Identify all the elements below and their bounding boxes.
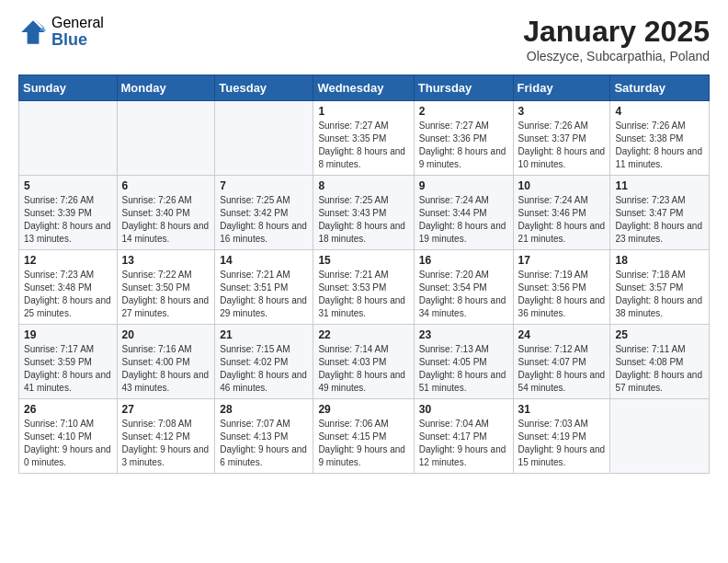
calendar-cell: 22Sunrise: 7:14 AMSunset: 4:03 PMDayligh… xyxy=(313,325,414,399)
calendar-week-row: 26Sunrise: 7:10 AMSunset: 4:10 PMDayligh… xyxy=(19,399,710,474)
calendar-cell: 4Sunrise: 7:26 AMSunset: 3:38 PMDaylight… xyxy=(610,101,710,176)
svg-marker-0 xyxy=(21,20,45,44)
day-number: 16 xyxy=(419,254,508,267)
calendar-header-row: SundayMondayTuesdayWednesdayThursdayFrid… xyxy=(19,75,710,101)
day-number: 30 xyxy=(419,403,508,416)
logo-general: General xyxy=(51,15,104,31)
day-info: Sunrise: 7:06 AMSunset: 4:15 PMDaylight:… xyxy=(318,418,408,469)
calendar-cell: 7Sunrise: 7:25 AMSunset: 3:42 PMDaylight… xyxy=(215,176,313,250)
calendar-cell: 11Sunrise: 7:23 AMSunset: 3:47 PMDayligh… xyxy=(610,176,710,250)
calendar-cell xyxy=(610,399,710,474)
day-number: 14 xyxy=(220,254,308,267)
day-info: Sunrise: 7:18 AMSunset: 3:57 PMDaylight:… xyxy=(615,269,704,320)
day-number: 28 xyxy=(220,403,308,416)
day-info: Sunrise: 7:20 AMSunset: 3:54 PMDaylight:… xyxy=(419,269,508,320)
day-number: 7 xyxy=(220,179,308,192)
day-number: 9 xyxy=(419,179,508,192)
day-number: 12 xyxy=(24,254,112,267)
calendar-cell: 13Sunrise: 7:22 AMSunset: 3:50 PMDayligh… xyxy=(117,250,215,325)
day-info: Sunrise: 7:26 AMSunset: 3:39 PMDaylight:… xyxy=(24,194,112,246)
calendar-cell: 30Sunrise: 7:04 AMSunset: 4:17 PMDayligh… xyxy=(414,399,513,474)
day-info: Sunrise: 7:27 AMSunset: 3:35 PMDaylight:… xyxy=(318,120,408,171)
calendar-cell: 21Sunrise: 7:15 AMSunset: 4:02 PMDayligh… xyxy=(215,325,313,399)
day-info: Sunrise: 7:25 AMSunset: 3:42 PMDaylight:… xyxy=(220,194,308,246)
calendar-cell: 29Sunrise: 7:06 AMSunset: 4:15 PMDayligh… xyxy=(313,399,414,474)
calendar-cell: 26Sunrise: 7:10 AMSunset: 4:10 PMDayligh… xyxy=(19,399,118,474)
day-info: Sunrise: 7:22 AMSunset: 3:50 PMDaylight:… xyxy=(122,269,210,320)
page-header: General Blue January 2025 Oleszyce, Subc… xyxy=(18,15,710,63)
day-number: 1 xyxy=(318,105,408,118)
day-info: Sunrise: 7:12 AMSunset: 4:07 PMDaylight:… xyxy=(518,343,606,395)
logo: General Blue xyxy=(18,15,104,49)
calendar-cell: 12Sunrise: 7:23 AMSunset: 3:48 PMDayligh… xyxy=(19,250,118,325)
day-info: Sunrise: 7:13 AMSunset: 4:05 PMDaylight:… xyxy=(419,343,508,395)
day-info: Sunrise: 7:23 AMSunset: 3:48 PMDaylight:… xyxy=(24,269,112,320)
day-number: 18 xyxy=(615,254,704,267)
logo-blue: Blue xyxy=(51,31,104,50)
day-number: 2 xyxy=(419,105,508,118)
day-number: 24 xyxy=(518,328,606,341)
calendar-cell: 16Sunrise: 7:20 AMSunset: 3:54 PMDayligh… xyxy=(414,250,513,325)
day-number: 10 xyxy=(518,179,606,192)
calendar-cell xyxy=(215,101,313,176)
logo-icon xyxy=(18,17,48,47)
calendar-cell: 25Sunrise: 7:11 AMSunset: 4:08 PMDayligh… xyxy=(610,325,710,399)
calendar-cell: 31Sunrise: 7:03 AMSunset: 4:19 PMDayligh… xyxy=(513,399,610,474)
day-number: 8 xyxy=(318,179,408,192)
calendar-cell: 15Sunrise: 7:21 AMSunset: 3:53 PMDayligh… xyxy=(313,250,414,325)
day-number: 3 xyxy=(518,105,606,118)
day-number: 13 xyxy=(122,254,210,267)
day-number: 27 xyxy=(122,403,210,416)
day-info: Sunrise: 7:08 AMSunset: 4:12 PMDaylight:… xyxy=(122,418,210,469)
logo-text: General Blue xyxy=(51,15,104,49)
calendar-cell: 2Sunrise: 7:27 AMSunset: 3:36 PMDaylight… xyxy=(414,101,513,176)
calendar-week-row: 19Sunrise: 7:17 AMSunset: 3:59 PMDayligh… xyxy=(19,325,710,399)
calendar-cell xyxy=(19,101,118,176)
calendar-week-row: 5Sunrise: 7:26 AMSunset: 3:39 PMDaylight… xyxy=(19,176,710,250)
calendar-cell: 5Sunrise: 7:26 AMSunset: 3:39 PMDaylight… xyxy=(19,176,118,250)
day-info: Sunrise: 7:10 AMSunset: 4:10 PMDaylight:… xyxy=(24,418,112,469)
col-header-tuesday: Tuesday xyxy=(215,75,313,101)
day-info: Sunrise: 7:24 AMSunset: 3:44 PMDaylight:… xyxy=(419,194,508,246)
day-number: 22 xyxy=(318,328,408,341)
day-number: 17 xyxy=(518,254,606,267)
calendar-cell: 9Sunrise: 7:24 AMSunset: 3:44 PMDaylight… xyxy=(414,176,513,250)
col-header-saturday: Saturday xyxy=(610,75,710,101)
calendar-cell: 23Sunrise: 7:13 AMSunset: 4:05 PMDayligh… xyxy=(414,325,513,399)
calendar-cell: 24Sunrise: 7:12 AMSunset: 4:07 PMDayligh… xyxy=(513,325,610,399)
location-subtitle: Oleszyce, Subcarpathia, Poland xyxy=(523,49,710,63)
calendar-cell: 20Sunrise: 7:16 AMSunset: 4:00 PMDayligh… xyxy=(117,325,215,399)
calendar-week-row: 12Sunrise: 7:23 AMSunset: 3:48 PMDayligh… xyxy=(19,250,710,325)
day-info: Sunrise: 7:16 AMSunset: 4:00 PMDaylight:… xyxy=(122,343,210,395)
day-number: 20 xyxy=(122,328,210,341)
day-info: Sunrise: 7:23 AMSunset: 3:47 PMDaylight:… xyxy=(615,194,704,246)
day-number: 4 xyxy=(615,105,704,118)
calendar-cell: 27Sunrise: 7:08 AMSunset: 4:12 PMDayligh… xyxy=(117,399,215,474)
day-info: Sunrise: 7:19 AMSunset: 3:56 PMDaylight:… xyxy=(518,269,606,320)
month-title: January 2025 xyxy=(523,15,710,49)
day-info: Sunrise: 7:03 AMSunset: 4:19 PMDaylight:… xyxy=(518,418,606,469)
calendar-cell: 18Sunrise: 7:18 AMSunset: 3:57 PMDayligh… xyxy=(610,250,710,325)
day-info: Sunrise: 7:15 AMSunset: 4:02 PMDaylight:… xyxy=(220,343,308,395)
day-number: 25 xyxy=(615,328,704,341)
day-info: Sunrise: 7:26 AMSunset: 3:38 PMDaylight:… xyxy=(615,120,704,171)
day-number: 21 xyxy=(220,328,308,341)
day-info: Sunrise: 7:26 AMSunset: 3:37 PMDaylight:… xyxy=(518,120,606,171)
day-number: 6 xyxy=(122,179,210,192)
calendar-cell: 28Sunrise: 7:07 AMSunset: 4:13 PMDayligh… xyxy=(215,399,313,474)
day-info: Sunrise: 7:21 AMSunset: 3:53 PMDaylight:… xyxy=(318,269,408,320)
col-header-thursday: Thursday xyxy=(414,75,513,101)
day-number: 23 xyxy=(419,328,508,341)
calendar-cell: 19Sunrise: 7:17 AMSunset: 3:59 PMDayligh… xyxy=(19,325,118,399)
calendar-cell: 8Sunrise: 7:25 AMSunset: 3:43 PMDaylight… xyxy=(313,176,414,250)
calendar-cell: 1Sunrise: 7:27 AMSunset: 3:35 PMDaylight… xyxy=(313,101,414,176)
day-info: Sunrise: 7:26 AMSunset: 3:40 PMDaylight:… xyxy=(122,194,210,246)
day-number: 5 xyxy=(24,179,112,192)
title-block: January 2025 Oleszyce, Subcarpathia, Pol… xyxy=(523,15,710,63)
day-number: 26 xyxy=(24,403,112,416)
day-info: Sunrise: 7:21 AMSunset: 3:51 PMDaylight:… xyxy=(220,269,308,320)
col-header-friday: Friday xyxy=(513,75,610,101)
calendar-cell: 14Sunrise: 7:21 AMSunset: 3:51 PMDayligh… xyxy=(215,250,313,325)
day-info: Sunrise: 7:24 AMSunset: 3:46 PMDaylight:… xyxy=(518,194,606,246)
col-header-sunday: Sunday xyxy=(19,75,118,101)
